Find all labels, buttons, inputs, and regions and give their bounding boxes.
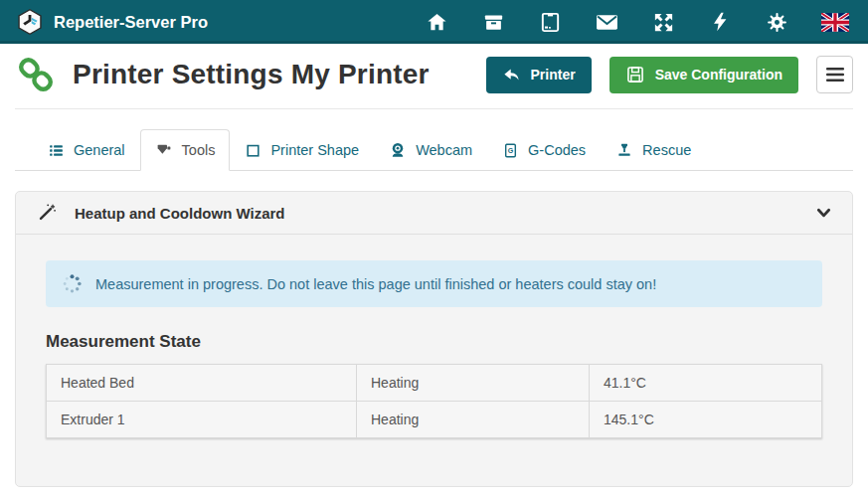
gcode-file-icon: G: [502, 142, 519, 159]
floppy-disk-icon: [625, 65, 645, 84]
panel-title: Heatup and Cooldown Wizard: [75, 205, 285, 222]
top-navbar: Repetier-Server Pro: [0, 0, 868, 44]
measurement-state-table: Heated Bed Heating 41.1°C Extruder 1 Hea…: [46, 364, 822, 438]
save-configuration-button[interactable]: Save Configuration: [609, 57, 798, 93]
extruder-icon: [155, 141, 173, 159]
bolt-icon[interactable]: [707, 9, 733, 35]
table-row: Extruder 1 Heating 145.1°C: [47, 402, 822, 438]
list-icon: [48, 142, 65, 159]
table-row: Heated Bed Heating 41.1°C: [47, 365, 822, 402]
page-title: Printer Settings My Printer: [73, 59, 430, 90]
heater-name-cell: Extruder 1: [47, 402, 357, 438]
measurement-progress-alert: Measurement in progress. Do not leave th…: [46, 260, 822, 307]
reply-arrow-icon: [502, 66, 521, 84]
tab-label: Rescue: [642, 142, 691, 158]
gear-icon[interactable]: [764, 9, 789, 35]
tab-label: Webcam: [416, 142, 472, 158]
header-buttons: Printer Save Configuration: [486, 56, 853, 93]
chevron-down-icon[interactable]: [815, 206, 832, 221]
chain-link-icon: [15, 54, 57, 95]
heater-temp-cell: 145.1°C: [590, 402, 822, 438]
tab-tools[interactable]: Tools: [140, 129, 231, 171]
tab-label: Tools: [182, 142, 216, 158]
tab-label: General: [74, 142, 125, 158]
home-icon[interactable]: [424, 9, 449, 35]
printer-button-label: Printer: [531, 67, 576, 83]
navbar-icon-group: [424, 9, 852, 35]
printer-button[interactable]: Printer: [486, 57, 592, 93]
archive-box-icon[interactable]: [480, 9, 506, 35]
settings-tab-bar: General Tools Printer Shape Webcam: [15, 109, 853, 171]
uk-flag-icon[interactable]: [820, 9, 850, 35]
envelope-icon[interactable]: [594, 9, 619, 35]
heater-name-cell: Heated Bed: [47, 365, 357, 402]
heater-temp-cell: 41.1°C: [590, 365, 822, 402]
save-button-label: Save Configuration: [655, 67, 782, 83]
spinner-icon: [62, 273, 83, 294]
heatup-wizard-panel: Heatup and Cooldown Wizard Measurement i…: [15, 191, 853, 487]
brand-title: Repetier-Server Pro: [54, 13, 208, 32]
tab-general[interactable]: General: [33, 129, 140, 171]
magic-wand-icon: [36, 202, 58, 224]
heater-status-cell: Heating: [357, 365, 590, 402]
tab-label: G-Codes: [528, 142, 586, 158]
tab-rescue[interactable]: Rescue: [601, 129, 706, 171]
panel-body: Measurement in progress. Do not leave th…: [16, 260, 852, 438]
menu-button[interactable]: [816, 56, 853, 93]
square-outline-icon: [245, 142, 261, 159]
hamburger-icon: [826, 68, 844, 82]
alert-text: Measurement in progress. Do not leave th…: [95, 276, 656, 292]
nozzle-probe-icon: [615, 141, 633, 159]
svg-text:G: G: [508, 147, 514, 155]
expand-arrows-icon[interactable]: [650, 9, 676, 35]
tablet-icon[interactable]: [537, 9, 563, 35]
heater-status-cell: Heating: [357, 402, 590, 438]
navbar-brand[interactable]: Repetier-Server Pro: [16, 8, 208, 36]
repetier-logo-icon: [16, 8, 44, 36]
tab-gcodes[interactable]: G G-Codes: [487, 129, 601, 171]
panel-header[interactable]: Heatup and Cooldown Wizard: [16, 192, 852, 235]
measurement-state-heading: Measurement State: [46, 332, 822, 352]
page-header: Printer Settings My Printer Printer Save…: [15, 44, 853, 109]
tab-webcam[interactable]: Webcam: [374, 129, 487, 171]
tab-printer-shape[interactable]: Printer Shape: [230, 129, 374, 171]
webcam-icon: [389, 141, 407, 159]
tab-label: Printer Shape: [270, 142, 359, 158]
